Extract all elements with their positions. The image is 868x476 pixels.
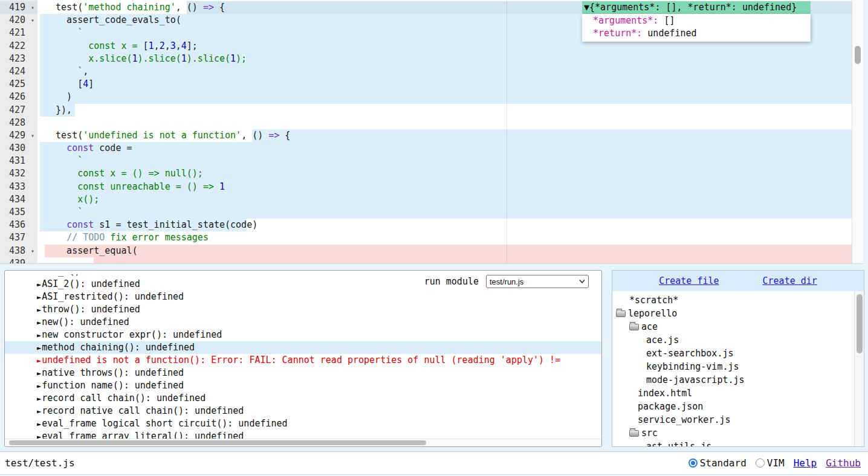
expand-arrow-icon[interactable]: ► [37,344,41,352]
tree-item-ext-searchbox.js[interactable]: ext-searchbox.js [612,347,864,360]
editor-vertical-scrollbar-thumb[interactable] [855,46,861,64]
code-line[interactable] [0,257,852,264]
fold-arrow-icon[interactable]: ▾ [31,129,34,142]
code-line[interactable]: }), [0,104,852,117]
code-line[interactable]: `, [0,65,852,78]
gutter-line: 430 [0,142,37,155]
expand-arrow-icon[interactable]: ► [37,274,41,276]
run-module-select[interactable]: test/run.js [486,275,589,288]
create-dir-link[interactable]: Create dir [763,275,817,286]
expand-arrow-icon[interactable]: ► [37,306,41,314]
test-result-text: method chaining(): undefined [42,342,195,353]
file-tree[interactable]: *scratch*leporelloaceace.jsext-searchbox… [612,291,864,447]
test-result-row[interactable]: ►undefined is not a function(): Error: F… [5,354,601,367]
expand-arrow-icon[interactable]: ► [37,280,41,289]
tree-item-src[interactable]: src [612,426,864,440]
test-result-text: native throws(): undefined [42,367,184,378]
expand-arrow-icon[interactable]: ► [37,394,41,403]
code-line[interactable]: const code = [0,142,852,155]
expand-arrow-icon[interactable]: ► [37,382,41,390]
code-editor[interactable]: test('method chaining', () => { assert_c… [0,0,863,264]
file-tree-scrollbar[interactable] [854,291,864,446]
radio-unselected-icon[interactable] [756,458,765,468]
create-file-link[interactable]: Create file [659,275,719,286]
editor-vertical-scrollbar[interactable] [852,0,863,264]
test-result-text: throw(): undefined [42,304,140,315]
gutter-line: 426 [0,91,37,103]
tree-item-keybinding-vim.js[interactable]: keybinding-vim.js [612,360,864,373]
expand-arrow-icon[interactable]: ► [37,369,41,378]
tree-item-leporello[interactable]: leporello [612,307,864,320]
tree-item-ace.js[interactable]: ace.js [612,333,864,347]
expand-arrow-icon[interactable]: ► [37,407,41,416]
gutter-line: 436 [0,219,37,231]
expand-arrow-icon[interactable]: ► [37,420,41,428]
eval-result-row: *arguments*: [] [582,14,811,27]
tree-item-service_worker.js[interactable]: service_worker.js [612,413,864,426]
fold-arrow-icon[interactable]: ▾ [31,245,34,257]
code-line[interactable]: const unreachable = () => 1 [0,181,852,193]
output-horizontal-scrollbar[interactable] [5,439,601,446]
code-text: x.slice(1).slice(1).slice(1); [0,53,852,65]
tree-item-label: ast_utils.js [646,440,711,447]
tree-item-mode-javascript.js[interactable]: mode-javascript.js [612,373,864,387]
code-line[interactable]: x.slice(1).slice(1).slice(1); [0,53,852,65]
test-result-row[interactable]: ►eval_frame logical short circuit(): und… [5,417,601,430]
eval-result-row: *return*: undefined [582,27,811,40]
output-horizontal-scrollbar-thumb[interactable] [9,440,426,445]
code-text: // TODO fix error messages [0,231,852,244]
status-bar-right: Standard VIM Help Github [688,452,861,474]
expand-arrow-icon[interactable]: ► [37,356,41,365]
tree-item-package.json[interactable]: package.json [612,400,864,413]
code-line[interactable]: test('undefined is not a function', () =… [0,129,852,142]
tree-item-index.html[interactable]: index.html [612,387,864,400]
code-text: `, [0,65,852,78]
tree-item-ace[interactable]: ace [612,320,864,333]
test-result-row[interactable]: ►function name(): undefined [5,379,601,392]
test-result-row[interactable]: ►record native call chain(): undefined [5,405,601,417]
file-tree-scrollbar-thumb[interactable] [857,294,863,353]
expand-arrow-icon[interactable]: ► [37,331,41,339]
eval-result-header[interactable]: ▼{*arguments*: [], *return*: undefined} [582,1,811,14]
test-result-row[interactable]: ►throw(): undefined [5,303,601,316]
code-line[interactable]: const s1 = test_initial_state(code) [0,219,852,231]
tree-item-*scratch*[interactable]: *scratch* [612,294,864,307]
code-line[interactable]: [4] [0,78,852,91]
tree-item-label: index.html [638,387,692,400]
code-text: x(); [0,193,852,206]
eval-result-tooltip[interactable]: ▼{*arguments*: [], *return*: undefined} … [582,1,811,42]
tree-item-ast_utils.js[interactable]: ast_utils.js [612,440,864,447]
radio-selected-icon[interactable] [688,458,698,468]
code-line[interactable]: x(); [0,193,852,206]
help-link[interactable]: Help [794,457,817,469]
code-line[interactable] [0,117,852,129]
code-line[interactable]: assert_equal( [0,245,852,257]
code-line[interactable]: ) [0,91,852,103]
test-result-row[interactable]: ►ASI_restrited(): undefined [5,291,601,303]
expand-arrow-icon[interactable]: ► [37,318,41,327]
test-result-row[interactable]: ►new(): undefined [5,316,601,329]
fold-arrow-icon[interactable]: ▾ [31,1,34,14]
fold-arrow-icon[interactable]: ▾ [31,14,34,27]
gutter-line: 438▾ [0,245,37,257]
status-bar: test/test.js Standard VIM Help Github [0,451,868,475]
tree-item-label: src [641,426,658,440]
test-result-row[interactable]: ►record call chain(): undefined [5,392,601,405]
current-file-path: test/test.js [5,452,75,474]
expand-arrow-icon[interactable]: ► [37,293,41,301]
keybinding-standard-radio[interactable]: Standard [688,457,747,469]
code-line[interactable]: const x = () => null(); [0,167,852,180]
test-output-panel: run module test/run.js ►ASI_1(): undefin… [4,270,602,447]
test-result-row[interactable]: ►native throws(): undefined [5,367,601,379]
code-line[interactable]: // TODO fix error messages [0,231,852,244]
github-link[interactable]: Github [826,457,861,469]
code-line[interactable]: ` [0,155,852,167]
code-text: }), [0,104,852,117]
gutter-line: 433 [0,181,37,193]
code-line[interactable]: ` [0,206,852,219]
keybinding-vim-radio[interactable]: VIM [756,457,785,469]
test-result-text: undefined is not a function(): Error: FA… [42,355,560,365]
file-tree-header: Create file Create dir [612,271,864,291]
test-result-row[interactable]: ►new constructor expr(): undefined [5,329,601,341]
test-result-row[interactable]: ►method chaining(): undefined [5,341,601,354]
